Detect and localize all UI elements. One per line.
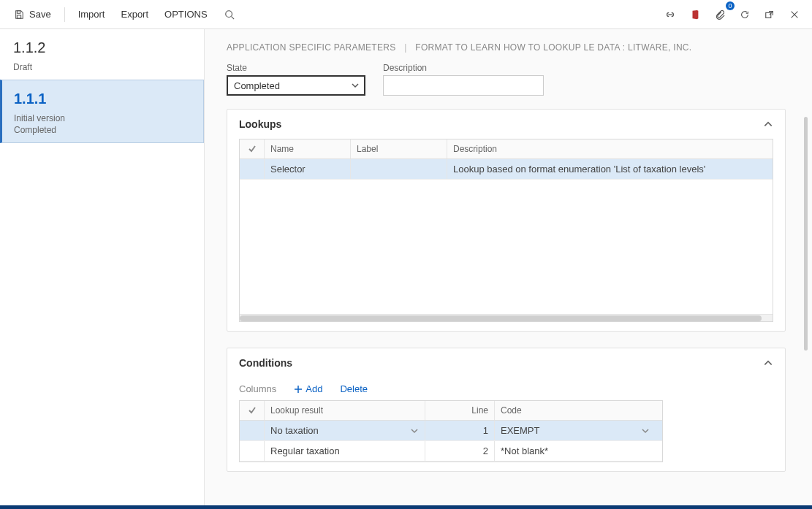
conditions-lookup-result-cell[interactable]: No taxation xyxy=(265,421,425,440)
sidebar-item-title: 1.1.2 xyxy=(13,39,191,56)
save-label: Save xyxy=(29,9,51,20)
conditions-row[interactable]: No taxation 1 EXEMPT xyxy=(240,421,662,441)
lookups-col-name[interactable]: Name xyxy=(265,139,351,158)
state-label: State xyxy=(227,63,365,73)
svg-rect-4 xyxy=(766,12,771,18)
link-icon xyxy=(664,9,676,20)
conditions-code-cell[interactable]: EXEMPT xyxy=(495,421,656,440)
paperclip-icon xyxy=(714,9,726,20)
conditions-line-cell: 1 xyxy=(425,421,495,440)
svg-line-3 xyxy=(231,16,234,19)
conditions-lookup-result-value: No taxation xyxy=(270,425,319,436)
import-label: Import xyxy=(78,9,105,20)
sidebar-item-line1: Initial version xyxy=(14,113,190,123)
svg-rect-1 xyxy=(17,15,20,18)
search-button[interactable] xyxy=(218,6,241,23)
version-sidebar: 1.1.2 Draft 1.1.1 Initial version Comple… xyxy=(0,29,205,505)
description-input[interactable] xyxy=(383,75,544,96)
breadcrumb: APPLICATION SPECIFIC PARAMETERS | FORMAT… xyxy=(227,42,786,53)
attachments-badge: 0 xyxy=(726,1,735,10)
lookups-row-name: Selector xyxy=(265,159,351,179)
conditions-panel: Conditions Columns Add Delete xyxy=(227,348,786,472)
connect-button[interactable] xyxy=(660,4,680,25)
lookups-hscrollbar[interactable] xyxy=(240,314,773,321)
office-icon xyxy=(689,9,701,20)
sidebar-item-completed[interactable]: 1.1.1 Initial version Completed xyxy=(0,80,204,143)
lookups-grid: Name Label Description Selector Lookup b… xyxy=(239,139,773,322)
add-button[interactable]: Add xyxy=(294,383,322,394)
lookups-col-label[interactable]: Label xyxy=(351,139,447,158)
sidebar-item-line2: Completed xyxy=(14,125,190,135)
collapse-icon xyxy=(763,119,773,129)
popout-icon xyxy=(764,9,775,20)
conditions-title: Conditions xyxy=(239,357,292,369)
lookups-empty-area xyxy=(240,183,773,314)
conditions-row[interactable]: Regular taxation 2 *Not blank* xyxy=(240,441,662,462)
toolbar-separator xyxy=(64,7,65,22)
collapse-icon xyxy=(763,358,773,368)
conditions-col-code[interactable]: Code xyxy=(495,401,656,420)
plus-icon xyxy=(294,385,303,394)
refresh-button[interactable] xyxy=(735,4,755,25)
conditions-lookup-result-value: Regular taxation xyxy=(270,445,340,456)
breadcrumb-separator: | xyxy=(404,42,406,53)
lookups-col-description[interactable]: Description xyxy=(447,139,773,158)
add-label: Add xyxy=(306,383,322,394)
save-icon xyxy=(13,9,25,20)
search-icon xyxy=(224,9,235,20)
conditions-grid: Lookup result Line Code No taxation xyxy=(239,400,663,462)
sidebar-item-subtitle: Draft xyxy=(13,62,191,72)
sidebar-item-draft[interactable]: 1.1.2 Draft xyxy=(0,29,204,80)
header-form: State Completed Description xyxy=(227,63,786,96)
conditions-code-value: EXEMPT xyxy=(501,425,539,436)
lookups-row-selector[interactable] xyxy=(240,159,265,179)
conditions-lookup-result-cell[interactable]: Regular taxation xyxy=(265,441,425,461)
conditions-row-selector[interactable] xyxy=(240,421,265,440)
main-area: APPLICATION SPECIFIC PARAMETERS | FORMAT… xyxy=(205,29,812,505)
conditions-header[interactable]: Conditions xyxy=(227,348,785,378)
conditions-line-cell: 2 xyxy=(425,441,495,461)
options-button[interactable]: OPTIONS xyxy=(159,6,213,23)
lookups-panel: Lookups Name xyxy=(227,109,786,332)
options-label: OPTIONS xyxy=(164,9,208,20)
svg-rect-0 xyxy=(17,10,20,13)
attachments-button[interactable]: 0 xyxy=(710,4,730,25)
close-button[interactable] xyxy=(784,4,805,25)
close-icon xyxy=(789,9,800,20)
chevron-down-icon xyxy=(351,81,360,90)
delete-button[interactable]: Delete xyxy=(340,383,368,394)
conditions-col-select[interactable] xyxy=(240,401,265,420)
bottom-bar xyxy=(0,505,812,509)
top-toolbar: Save Import Export OPTIONS xyxy=(0,0,812,29)
lookups-title: Lookups xyxy=(239,118,281,130)
svg-point-2 xyxy=(225,10,232,17)
save-button[interactable]: Save xyxy=(7,6,57,23)
conditions-code-value: *Not blank* xyxy=(501,445,548,456)
export-button[interactable]: Export xyxy=(115,6,154,23)
lookups-header[interactable]: Lookups xyxy=(227,110,785,139)
lookups-row-description: Lookup based on format enumeration 'List… xyxy=(447,159,773,179)
main-vscrollbar[interactable] xyxy=(804,117,808,351)
breadcrumb-part1: APPLICATION SPECIFIC PARAMETERS xyxy=(227,42,396,53)
conditions-row-selector[interactable] xyxy=(240,441,265,461)
state-select[interactable]: Completed xyxy=(227,75,365,96)
popout-button[interactable] xyxy=(759,4,780,25)
lookups-row[interactable]: Selector Lookup based on format enumerat… xyxy=(240,159,773,180)
check-icon xyxy=(248,145,257,153)
refresh-icon xyxy=(739,9,751,20)
columns-button[interactable]: Columns xyxy=(239,383,276,394)
conditions-col-lookup-result[interactable]: Lookup result xyxy=(265,401,425,420)
description-label: Description xyxy=(383,63,544,73)
sidebar-item-title: 1.1.1 xyxy=(14,91,190,107)
import-button[interactable]: Import xyxy=(72,6,111,23)
breadcrumb-part2: FORMAT TO LEARN HOW TO LOOKUP LE DATA : … xyxy=(415,42,691,53)
lookups-col-select[interactable] xyxy=(240,139,265,158)
conditions-toolbar: Columns Add Delete xyxy=(227,378,785,400)
chevron-down-icon xyxy=(410,426,419,435)
state-value: Completed xyxy=(234,80,280,91)
office-button[interactable] xyxy=(685,4,705,25)
chevron-down-icon xyxy=(641,426,650,435)
conditions-col-line[interactable]: Line xyxy=(425,401,495,420)
conditions-code-cell[interactable]: *Not blank* xyxy=(495,441,656,461)
export-label: Export xyxy=(121,9,148,20)
